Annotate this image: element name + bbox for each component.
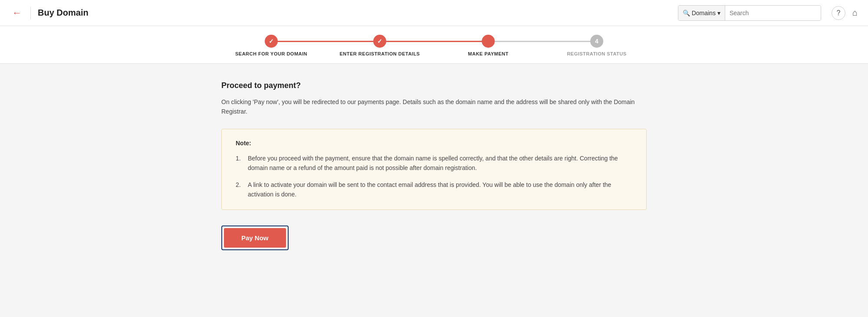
stepper: ✓ SEARCH FOR YOUR DOMAIN ✓ ENTER REGISTR…	[217, 35, 651, 56]
note-list: 1. Before you proceed with the payment, …	[236, 154, 632, 199]
search-dropdown-label: Domains	[692, 10, 716, 16]
page-title: Buy Domain	[38, 8, 671, 18]
note-title: Note:	[236, 140, 632, 147]
step-4-circle: 4	[590, 35, 603, 48]
back-button[interactable]: ←	[10, 7, 23, 20]
note-box: Note: 1. Before you proceed with the pay…	[221, 129, 647, 210]
step-1-label: SEARCH FOR YOUR DOMAIN	[235, 51, 307, 56]
step-4-label: REGISTRATION STATUS	[567, 51, 626, 56]
pay-now-button[interactable]: Pay Now	[224, 228, 286, 248]
note-item-1: 1. Before you proceed with the payment, …	[236, 154, 632, 173]
note-item-2-text: A link to activate your domain will be s…	[248, 180, 632, 199]
step-1-circle: ✓	[265, 35, 278, 48]
search-input[interactable]	[725, 6, 821, 20]
step-3: MAKE PAYMENT	[434, 35, 542, 56]
step-2-label: ENTER REGISTRATION DETAILS	[340, 51, 420, 56]
stepper-bar: ✓ SEARCH FOR YOUR DOMAIN ✓ ENTER REGISTR…	[0, 26, 868, 64]
search-icon: 🔍	[683, 10, 690, 16]
proceed-description: On clicking 'Pay now', you will be redir…	[221, 97, 647, 117]
step-2: ✓ ENTER REGISTRATION DETAILS	[326, 35, 434, 56]
note-item-1-text: Before you proceed with the payment, ens…	[248, 154, 632, 173]
step-1: ✓ SEARCH FOR YOUR DOMAIN	[217, 35, 326, 56]
step-2-connector	[380, 41, 488, 42]
main-content: Proceed to payment? On clicking 'Pay now…	[195, 64, 673, 268]
proceed-title: Proceed to payment?	[221, 81, 647, 90]
chevron-down-icon: ▾	[717, 10, 720, 16]
home-button[interactable]: ⌂	[852, 8, 858, 18]
header-icons: ? ⌂	[832, 6, 858, 20]
step-1-connector	[271, 41, 380, 42]
help-button[interactable]: ?	[832, 6, 845, 20]
step-3-circle	[482, 35, 495, 48]
step-3-label: MAKE PAYMENT	[468, 51, 508, 56]
header: ← Buy Domain 🔍 Domains ▾ ? ⌂	[0, 0, 868, 26]
search-dropdown[interactable]: 🔍 Domains ▾	[678, 6, 725, 20]
step-2-circle: ✓	[373, 35, 386, 48]
note-item-2: 2. A link to activate your domain will b…	[236, 180, 632, 199]
pay-now-wrapper: Pay Now	[221, 225, 289, 250]
header-divider	[30, 7, 31, 20]
step-4: 4 REGISTRATION STATUS	[542, 35, 651, 56]
search-area: 🔍 Domains ▾	[678, 5, 821, 21]
step-3-connector	[488, 41, 597, 42]
